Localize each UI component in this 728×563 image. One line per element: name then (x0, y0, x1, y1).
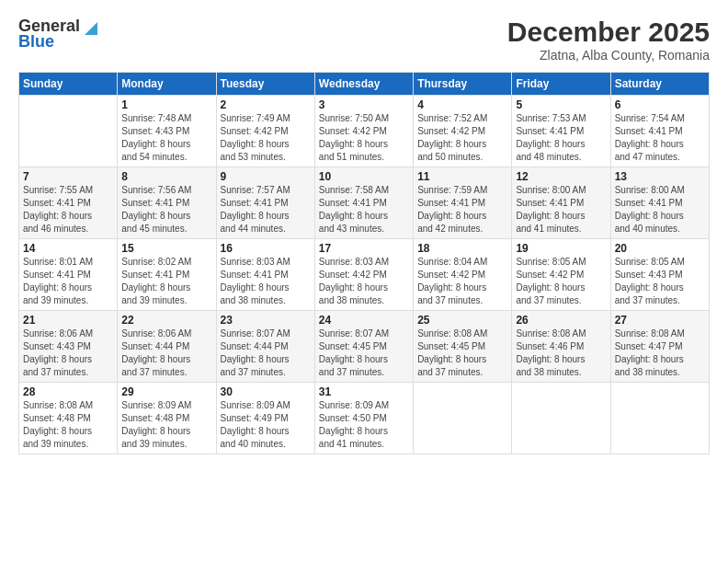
day-number: 30 (221, 385, 311, 398)
day-number: 9 (221, 170, 311, 183)
calendar-cell: 25Sunrise: 8:08 AM Sunset: 4:45 PM Dayli… (414, 311, 512, 383)
day-number: 16 (221, 242, 311, 255)
calendar-week-5: 28Sunrise: 8:08 AM Sunset: 4:48 PM Dayli… (19, 383, 710, 454)
day-number: 12 (516, 170, 606, 183)
calendar-cell: 27Sunrise: 8:08 AM Sunset: 4:47 PM Dayli… (610, 311, 709, 383)
day-number: 18 (417, 242, 507, 255)
day-info: Sunrise: 7:53 AM Sunset: 4:41 PM Dayligh… (516, 112, 606, 164)
calendar-cell: 23Sunrise: 8:07 AM Sunset: 4:44 PM Dayli… (216, 311, 314, 383)
day-info: Sunrise: 7:56 AM Sunset: 4:41 PM Dayligh… (121, 184, 211, 236)
day-info: Sunrise: 7:50 AM Sunset: 4:42 PM Dayligh… (319, 112, 409, 164)
header-saturday: Saturday (610, 73, 709, 96)
day-info: Sunrise: 8:09 AM Sunset: 4:49 PM Dayligh… (221, 399, 311, 451)
day-info: Sunrise: 8:07 AM Sunset: 4:45 PM Dayligh… (319, 327, 409, 379)
day-number: 8 (121, 170, 211, 183)
calendar-cell: 28Sunrise: 8:08 AM Sunset: 4:48 PM Dayli… (19, 383, 118, 454)
day-number: 24 (319, 314, 409, 327)
calendar-cell (19, 96, 118, 167)
day-info: Sunrise: 8:00 AM Sunset: 4:41 PM Dayligh… (615, 184, 705, 236)
day-info: Sunrise: 8:03 AM Sunset: 4:41 PM Dayligh… (221, 256, 311, 307)
calendar-week-4: 21Sunrise: 8:06 AM Sunset: 4:43 PM Dayli… (19, 311, 710, 383)
title-block: December 2025 Zlatna, Alba County, Roman… (507, 17, 710, 63)
logo: General Blue (18, 17, 101, 52)
day-number: 17 (319, 242, 409, 255)
header-monday: Monday (118, 73, 216, 96)
calendar-cell: 20Sunrise: 8:05 AM Sunset: 4:43 PM Dayli… (610, 239, 709, 311)
calendar-header-row: Sunday Monday Tuesday Wednesday Thursday… (19, 73, 710, 96)
day-info: Sunrise: 7:57 AM Sunset: 4:41 PM Dayligh… (221, 184, 311, 236)
day-number: 11 (417, 170, 507, 183)
day-info: Sunrise: 7:55 AM Sunset: 4:41 PM Dayligh… (23, 184, 113, 236)
day-info: Sunrise: 7:52 AM Sunset: 4:42 PM Dayligh… (417, 112, 507, 164)
calendar-cell: 19Sunrise: 8:05 AM Sunset: 4:42 PM Dayli… (512, 239, 610, 311)
day-number: 1 (121, 98, 211, 111)
day-info: Sunrise: 8:06 AM Sunset: 4:43 PM Dayligh… (23, 327, 113, 379)
day-info: Sunrise: 8:06 AM Sunset: 4:44 PM Dayligh… (121, 327, 211, 379)
calendar-cell: 24Sunrise: 8:07 AM Sunset: 4:45 PM Dayli… (314, 311, 413, 383)
calendar-cell: 9Sunrise: 7:57 AM Sunset: 4:41 PM Daylig… (216, 167, 314, 239)
day-info: Sunrise: 8:08 AM Sunset: 4:45 PM Dayligh… (417, 327, 507, 379)
day-number: 28 (23, 385, 113, 398)
calendar-cell: 22Sunrise: 8:06 AM Sunset: 4:44 PM Dayli… (118, 311, 216, 383)
day-number: 31 (319, 385, 409, 398)
logo-blue: Blue (18, 32, 54, 52)
day-number: 13 (615, 170, 705, 183)
calendar-cell: 17Sunrise: 8:03 AM Sunset: 4:42 PM Dayli… (314, 239, 413, 311)
day-info: Sunrise: 7:58 AM Sunset: 4:41 PM Dayligh… (319, 184, 409, 236)
day-info: Sunrise: 8:07 AM Sunset: 4:44 PM Dayligh… (221, 327, 311, 379)
calendar-cell: 30Sunrise: 8:09 AM Sunset: 4:49 PM Dayli… (216, 383, 314, 454)
page-title: December 2025 (507, 17, 710, 48)
header-thursday: Thursday (414, 73, 512, 96)
day-info: Sunrise: 7:54 AM Sunset: 4:41 PM Dayligh… (615, 112, 705, 164)
calendar-cell: 15Sunrise: 8:02 AM Sunset: 4:41 PM Dayli… (118, 239, 216, 311)
calendar-cell: 14Sunrise: 8:01 AM Sunset: 4:41 PM Dayli… (19, 239, 118, 311)
calendar-cell: 18Sunrise: 8:04 AM Sunset: 4:42 PM Dayli… (414, 239, 512, 311)
calendar-cell: 31Sunrise: 8:09 AM Sunset: 4:50 PM Dayli… (314, 383, 413, 454)
calendar-cell: 16Sunrise: 8:03 AM Sunset: 4:41 PM Dayli… (216, 239, 314, 311)
calendar-cell: 8Sunrise: 7:56 AM Sunset: 4:41 PM Daylig… (118, 167, 216, 239)
calendar-cell: 13Sunrise: 8:00 AM Sunset: 4:41 PM Dayli… (610, 167, 709, 239)
calendar-cell: 1Sunrise: 7:48 AM Sunset: 4:43 PM Daylig… (118, 96, 216, 167)
day-info: Sunrise: 8:00 AM Sunset: 4:41 PM Dayligh… (516, 184, 606, 236)
day-info: Sunrise: 8:08 AM Sunset: 4:46 PM Dayligh… (516, 327, 606, 379)
calendar-cell: 4Sunrise: 7:52 AM Sunset: 4:42 PM Daylig… (414, 96, 512, 167)
calendar-cell: 26Sunrise: 8:08 AM Sunset: 4:46 PM Dayli… (512, 311, 610, 383)
calendar-cell: 21Sunrise: 8:06 AM Sunset: 4:43 PM Dayli… (19, 311, 118, 383)
day-number: 7 (23, 170, 113, 183)
day-number: 15 (121, 242, 211, 255)
day-info: Sunrise: 8:05 AM Sunset: 4:43 PM Dayligh… (615, 256, 705, 307)
day-info: Sunrise: 7:49 AM Sunset: 4:42 PM Dayligh… (221, 112, 311, 164)
day-info: Sunrise: 7:59 AM Sunset: 4:41 PM Dayligh… (417, 184, 507, 236)
day-info: Sunrise: 8:08 AM Sunset: 4:47 PM Dayligh… (615, 327, 705, 379)
calendar-cell: 5Sunrise: 7:53 AM Sunset: 4:41 PM Daylig… (512, 96, 610, 167)
day-number: 5 (516, 98, 606, 111)
day-number: 27 (615, 314, 705, 327)
header-friday: Friday (512, 73, 610, 96)
day-number: 25 (417, 314, 507, 327)
day-info: Sunrise: 8:05 AM Sunset: 4:42 PM Dayligh… (516, 256, 606, 307)
day-number: 10 (319, 170, 409, 183)
calendar-table: Sunday Monday Tuesday Wednesday Thursday… (18, 72, 710, 454)
day-number: 6 (615, 98, 705, 111)
day-number: 22 (121, 314, 211, 327)
day-number: 19 (516, 242, 606, 255)
day-info: Sunrise: 8:09 AM Sunset: 4:50 PM Dayligh… (319, 399, 409, 451)
calendar-cell (610, 383, 709, 454)
calendar-cell: 10Sunrise: 7:58 AM Sunset: 4:41 PM Dayli… (314, 167, 413, 239)
calendar-cell: 2Sunrise: 7:49 AM Sunset: 4:42 PM Daylig… (216, 96, 314, 167)
day-number: 23 (221, 314, 311, 327)
calendar-cell: 6Sunrise: 7:54 AM Sunset: 4:41 PM Daylig… (610, 96, 709, 167)
day-number: 26 (516, 314, 606, 327)
calendar-week-3: 14Sunrise: 8:01 AM Sunset: 4:41 PM Dayli… (19, 239, 710, 311)
day-info: Sunrise: 8:08 AM Sunset: 4:48 PM Dayligh… (23, 399, 113, 451)
day-number: 3 (319, 98, 409, 111)
calendar-cell (512, 383, 610, 454)
calendar-cell: 7Sunrise: 7:55 AM Sunset: 4:41 PM Daylig… (19, 167, 118, 239)
day-number: 2 (221, 98, 311, 111)
calendar-cell: 11Sunrise: 7:59 AM Sunset: 4:41 PM Dayli… (414, 167, 512, 239)
page-subtitle: Zlatna, Alba County, Romania (507, 48, 710, 63)
day-number: 4 (417, 98, 507, 111)
day-number: 20 (615, 242, 705, 255)
calendar-cell: 12Sunrise: 8:00 AM Sunset: 4:41 PM Dayli… (512, 167, 610, 239)
calendar-cell: 29Sunrise: 8:09 AM Sunset: 4:48 PM Dayli… (118, 383, 216, 454)
